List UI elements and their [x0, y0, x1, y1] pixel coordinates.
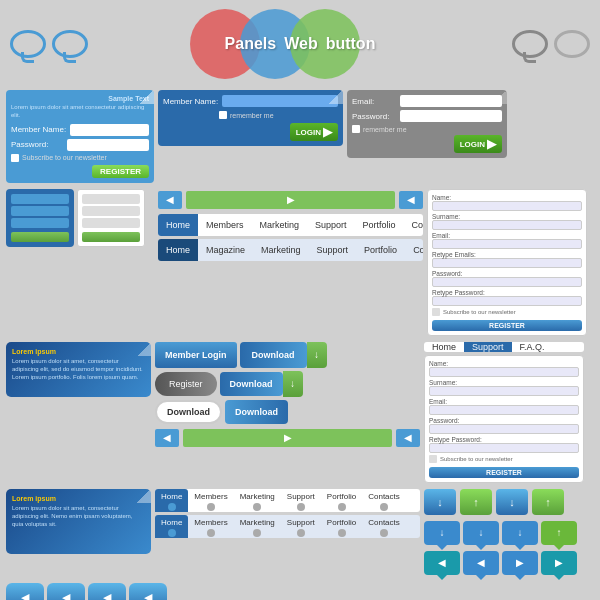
download-button-1[interactable]: Download — [240, 342, 307, 368]
subscribe-checkbox-1[interactable] — [11, 154, 19, 162]
remember-checkbox[interactable] — [219, 111, 227, 119]
speech-bubble-blue-3[interactable]: ↓ — [502, 521, 538, 545]
chat-bubble-icon-1[interactable] — [10, 30, 46, 58]
speech-bubble-blue-1[interactable]: ↓ — [424, 521, 460, 545]
pass-input-r2[interactable] — [429, 424, 579, 434]
cn-contacts-2[interactable]: Contacts — [362, 515, 406, 538]
speech-bubble-teal-2[interactable]: ▶ — [541, 551, 577, 575]
cn-portfolio-2[interactable]: Portfolio — [321, 515, 362, 538]
name-input[interactable] — [432, 201, 582, 211]
subscribe-checkbox-r2[interactable] — [429, 455, 437, 463]
download-btn-2: Download ↓ — [220, 371, 303, 397]
speech-bubble-blue-5[interactable]: ▶ — [502, 551, 538, 575]
speech-bubble-blue-4[interactable]: ◀ — [463, 551, 499, 575]
tab-home[interactable]: Home — [424, 342, 464, 352]
sf-btn[interactable] — [82, 232, 140, 242]
cn-support-2[interactable]: Support — [281, 515, 321, 538]
pass-input-r[interactable] — [432, 277, 582, 287]
email-input-r[interactable] — [432, 239, 582, 249]
download-arrow-2[interactable]: ↓ — [283, 371, 303, 397]
subscribe-checkbox-r[interactable] — [432, 308, 440, 316]
email-label-r: Email: — [432, 232, 582, 239]
retype-pass-input-2[interactable] — [429, 443, 579, 453]
nav-home-2[interactable]: Home — [158, 239, 198, 261]
download-button-4[interactable]: Download — [225, 400, 288, 424]
speech-bubble-green-1[interactable]: ↑ — [541, 521, 577, 545]
password-input-1[interactable] — [67, 139, 149, 151]
cn-marketing-1[interactable]: Marketing — [234, 489, 281, 512]
icon-btn-blue-1[interactable]: ↓ — [424, 489, 456, 515]
nav-home-1[interactable]: Home — [158, 214, 198, 236]
member-name-input-2[interactable] — [222, 95, 338, 107]
cn-members-2[interactable]: Members — [188, 515, 233, 538]
icon-btn-green-1[interactable]: ↑ — [460, 489, 492, 515]
register-button-1[interactable]: REGISTER — [92, 165, 149, 178]
speech-bubble-teal-1[interactable]: ◀ — [424, 551, 460, 575]
icon-btn-green-2[interactable]: ↑ — [532, 489, 564, 515]
login-button-1[interactable]: LOGIN ▶ — [290, 123, 338, 141]
nav-magazine[interactable]: Magazine — [198, 239, 253, 261]
nav-marketing-1[interactable]: Marketing — [252, 214, 308, 236]
tab-support[interactable]: Support — [464, 342, 512, 352]
member-name-input[interactable] — [70, 124, 149, 136]
cn-support-1[interactable]: Support — [281, 489, 321, 512]
middle-nav-area: ◀ ▶ ◀ Home Members Marketing Support Por… — [158, 189, 423, 261]
bottom-icon-2[interactable]: ◀ — [47, 583, 85, 600]
arrow-right-btn-2[interactable]: ◀ — [396, 429, 420, 447]
name-input-2[interactable] — [429, 367, 579, 377]
register-button-r2[interactable]: REGISTER — [429, 467, 579, 478]
surname-input-2[interactable] — [429, 386, 579, 396]
nav-portfolio-1[interactable]: Portfolio — [355, 214, 404, 236]
chat-bubble-icon-2[interactable] — [52, 30, 88, 58]
form-member-login: Sample Text Lorem ipsum dolor sit amet c… — [6, 90, 154, 183]
tab-faq[interactable]: F.A.Q. — [512, 342, 553, 352]
arrow-nav-row: ◀ ▶ ◀ — [158, 189, 423, 211]
arrow-right-btn[interactable]: ◀ — [399, 191, 423, 209]
tab-nav: Home Support F.A.Q. — [424, 342, 584, 352]
chat-bubble-icon-3[interactable] — [512, 30, 548, 58]
cn-home-2[interactable]: Home — [155, 515, 188, 538]
nav-contacts-1[interactable]: Contacts — [404, 214, 423, 236]
arrow-left-btn[interactable]: ◀ — [158, 191, 182, 209]
icon-btn-blue-2[interactable]: ↓ — [496, 489, 528, 515]
register-btn-lg[interactable]: Register — [155, 372, 217, 396]
email-input[interactable] — [400, 95, 502, 107]
bottom-icon-4[interactable]: ◀ — [129, 583, 167, 600]
nav-portfolio-2[interactable]: Portfolio — [356, 239, 405, 261]
retype-pass-input[interactable] — [432, 296, 582, 306]
surname-input[interactable] — [432, 220, 582, 230]
cn-dot-contacts-1 — [380, 503, 388, 511]
cn-home-1[interactable]: Home — [155, 489, 188, 512]
speech-bubble-blue-2[interactable]: ↓ — [463, 521, 499, 545]
bottom-icon-3[interactable]: ◀ — [88, 583, 126, 600]
bf-btn[interactable] — [11, 232, 69, 242]
circle-icon[interactable] — [554, 30, 590, 58]
nav-contacts-2[interactable]: Contacts — [405, 239, 423, 261]
member-login-btn[interactable]: Member Login — [155, 342, 237, 368]
download-button-2[interactable]: Download — [220, 372, 283, 396]
login-button-2[interactable]: LOGIN ▶ — [454, 135, 502, 153]
cn-marketing-2[interactable]: Marketing — [234, 515, 281, 538]
arrow-left-btn-2[interactable]: ◀ — [155, 429, 179, 447]
password-input-2[interactable] — [400, 110, 502, 122]
cn-members-1[interactable]: Members — [188, 489, 233, 512]
arrow-center-btn[interactable]: ▶ — [186, 191, 395, 209]
nav-support-2[interactable]: Support — [309, 239, 357, 261]
email-input-r2[interactable] — [429, 405, 579, 415]
bf-row-2 — [11, 206, 69, 216]
nav-members-1[interactable]: Members — [198, 214, 252, 236]
register-button-r[interactable]: REGISTER — [432, 320, 582, 331]
cn-portfolio-1[interactable]: Portfolio — [321, 489, 362, 512]
bottom-icon-row: ◀ ◀ ◀ ◀ — [6, 583, 167, 600]
nav-support-1[interactable]: Support — [307, 214, 355, 236]
remember-checkbox-2[interactable] — [352, 125, 360, 133]
nav-bar-2: Home Magazine Marketing Support Portfoli… — [158, 239, 423, 261]
cn-contacts-1[interactable]: Contacts — [362, 489, 406, 512]
nav-marketing-2[interactable]: Marketing — [253, 239, 309, 261]
info-card-2: Lorem ipsum Lorem ipsum dolor sit amet, … — [6, 489, 151, 554]
arrow-center-btn-2[interactable]: ▶ — [183, 429, 392, 447]
download-arrow-1[interactable]: ↓ — [307, 342, 327, 368]
retype-email-input[interactable] — [432, 258, 582, 268]
bottom-icon-1[interactable]: ◀ — [6, 583, 44, 600]
download-button-3[interactable]: Download — [155, 400, 222, 424]
